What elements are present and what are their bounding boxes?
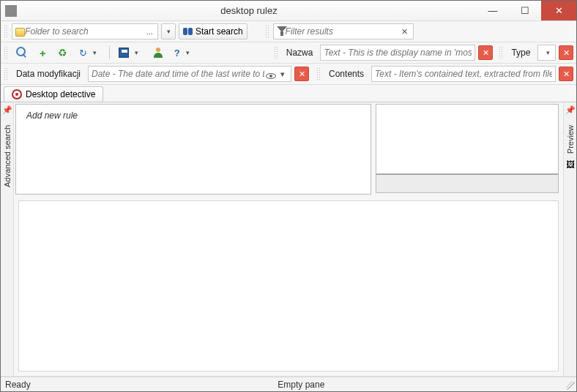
- help-icon: ?: [174, 48, 180, 59]
- name-clear-button[interactable]: ✕: [478, 45, 493, 60]
- help-button[interactable]: ?▾: [170, 45, 198, 61]
- column-type-label: Type: [507, 48, 535, 58]
- user-button[interactable]: [149, 45, 167, 61]
- toolbar-grip[interactable]: [4, 46, 8, 59]
- folder-browse-button[interactable]: ...: [144, 26, 155, 37]
- add-rule-link[interactable]: Add new rule: [26, 110, 360, 121]
- date-dropdown-button[interactable]: ▾: [278, 68, 288, 80]
- status-bar: Ready Empty pane: [1, 377, 576, 391]
- tab-desktop-detective[interactable]: Desktop detective: [4, 86, 103, 102]
- refresh-button[interactable]: ↻▾: [75, 45, 105, 61]
- contents-clear-button[interactable]: ✕: [559, 67, 573, 81]
- date-field[interactable]: ▾: [88, 66, 291, 82]
- zoom-button[interactable]: [12, 45, 32, 61]
- magnifier-icon: [16, 47, 28, 59]
- column-date-label: Data modyfikacji: [12, 69, 85, 79]
- maximize-button[interactable]: ☐: [509, 1, 541, 20]
- tab-label: Desktop detective: [26, 89, 95, 99]
- toolbar-actions: + ♻ ↻▾ ▾ ?▾ Nazwa ✕ Type ▾ ✕: [1, 42, 576, 64]
- toolbar-grip[interactable]: [499, 46, 503, 59]
- status-ready: Ready: [5, 380, 31, 390]
- left-sidebar: 📌 Advanced search: [1, 102, 14, 376]
- app-icon: [5, 5, 17, 17]
- type-clear-button[interactable]: ✕: [559, 45, 573, 60]
- date-input[interactable]: [92, 69, 264, 79]
- minimize-button[interactable]: —: [477, 1, 509, 20]
- filter-input[interactable]: [286, 26, 399, 37]
- type-combo[interactable]: ▾: [537, 45, 556, 61]
- main-area: 📌 Advanced search Add new rule 📌 Preview…: [1, 102, 576, 377]
- contents-input[interactable]: [375, 69, 552, 79]
- save-icon: [119, 48, 129, 58]
- upper-panels: Add new rule: [14, 102, 563, 196]
- close-button[interactable]: ✕: [541, 1, 576, 20]
- toolbar-grip[interactable]: [4, 67, 8, 80]
- name-field[interactable]: [320, 45, 475, 61]
- user-icon: [154, 48, 163, 58]
- toolbar-grip[interactable]: [4, 25, 8, 38]
- toolbar-grip[interactable]: [274, 46, 278, 59]
- preview-icon: 🖼: [566, 159, 575, 170]
- filter-clear-button[interactable]: ✕: [400, 26, 410, 37]
- folder-history-dropdown[interactable]: ▾: [161, 23, 176, 39]
- toolbar-grip[interactable]: [316, 67, 321, 80]
- column-name-label: Nazwa: [282, 48, 318, 58]
- advanced-search-tab[interactable]: Advanced search: [3, 122, 12, 190]
- refresh-icon: ↻: [79, 48, 87, 59]
- add-button[interactable]: +: [35, 45, 51, 61]
- window-title: desktop rulez: [21, 5, 477, 16]
- save-button[interactable]: ▾: [114, 45, 146, 61]
- preview-pane: [376, 104, 559, 174]
- right-sidebar: 📌 Preview 🖼: [563, 102, 576, 376]
- column-contents-label: Contents: [324, 69, 368, 79]
- resize-grip[interactable]: [566, 381, 575, 390]
- filter-field[interactable]: ✕: [273, 23, 414, 39]
- start-search-label: Start search: [196, 26, 243, 37]
- folder-icon: [15, 28, 25, 37]
- recycle-button[interactable]: ♻: [53, 45, 72, 61]
- center-panel: Add new rule: [14, 102, 563, 376]
- date-picker-button[interactable]: [266, 68, 276, 80]
- tab-strip: Desktop detective: [1, 85, 576, 102]
- eye-icon: [266, 73, 276, 79]
- separator: [109, 46, 110, 59]
- results-pane: [18, 200, 559, 372]
- funnel-icon: [277, 26, 286, 37]
- preview-column: [376, 104, 559, 195]
- rules-panel: Add new rule: [15, 104, 371, 195]
- start-search-button[interactable]: Start search: [179, 23, 247, 39]
- recycle-icon: ♻: [58, 47, 67, 59]
- name-input[interactable]: [324, 48, 472, 58]
- contents-field[interactable]: [371, 66, 556, 82]
- toolbar-search: ... ▾ Start search ✕: [1, 21, 576, 42]
- preview-tab[interactable]: Preview: [566, 122, 575, 157]
- date-clear-button[interactable]: ✕: [294, 67, 309, 81]
- pin-icon[interactable]: 📌: [565, 105, 576, 115]
- window-controls: — ☐ ✕: [477, 1, 576, 20]
- toolbar-columns: Data modyfikacji ▾ ✕ Contents ✕: [1, 64, 576, 85]
- pin-icon[interactable]: 📌: [2, 105, 12, 115]
- title-bar: desktop rulez — ☐ ✕: [1, 1, 576, 21]
- toolbar-grip[interactable]: [265, 25, 269, 38]
- chevron-down-icon: ▾: [543, 49, 553, 56]
- folder-field[interactable]: ...: [12, 23, 158, 39]
- plus-icon: +: [40, 48, 46, 59]
- preview-footer: [376, 174, 559, 193]
- binoculars-icon: [183, 28, 193, 35]
- target-icon: [12, 89, 22, 99]
- folder-input[interactable]: [25, 26, 143, 37]
- status-message: Empty pane: [31, 380, 572, 390]
